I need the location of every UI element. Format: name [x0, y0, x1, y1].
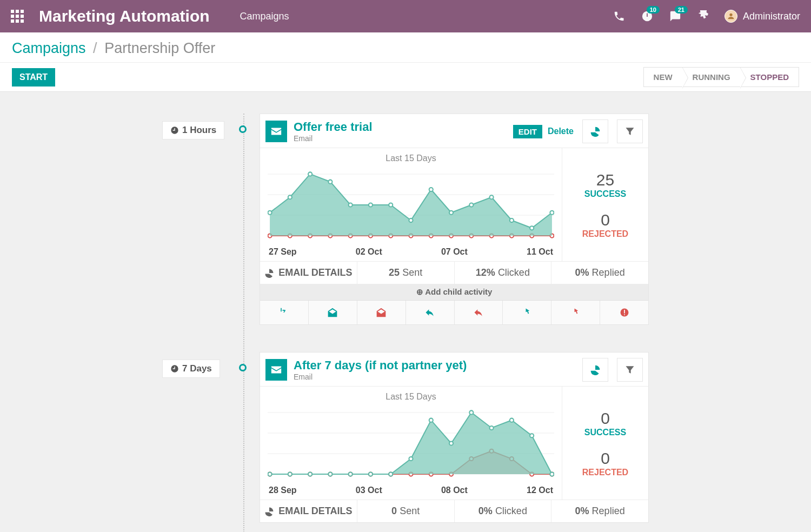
- pie-icon: [264, 268, 274, 278]
- svg-point-25: [389, 203, 393, 207]
- click-icon[interactable]: [503, 301, 551, 324]
- svg-point-66: [469, 410, 473, 414]
- user-menu[interactable]: Administrator: [724, 10, 800, 23]
- pie-icon: [264, 507, 274, 516]
- breadcrumb-root[interactable]: Campaigns: [12, 40, 86, 56]
- svg-point-23: [349, 203, 353, 207]
- clock-icon: [170, 364, 179, 373]
- svg-point-64: [429, 418, 433, 422]
- svg-point-63: [409, 457, 413, 461]
- svg-point-29: [469, 203, 473, 207]
- email-details-label[interactable]: EMAIL DETAILS: [278, 506, 352, 517]
- when-pill: 1 Hours: [162, 121, 224, 139]
- status-flow: NEW RUNNING STOPPED: [644, 67, 799, 87]
- metric-clicked: 0% Clicked: [455, 500, 552, 522]
- chart-mode-button[interactable]: [582, 358, 608, 382]
- metric-replied: 0% Replied: [551, 500, 648, 522]
- svg-point-27: [429, 188, 433, 191]
- success-label: SUCCESS: [584, 428, 626, 437]
- metric-replied: 0% Replied: [551, 262, 648, 284]
- filter-mode-button[interactable]: [617, 119, 643, 143]
- messages-icon[interactable]: 21: [668, 9, 682, 23]
- trigger-icons: [260, 300, 648, 324]
- workspace: 1 Hours Offer free trial Email EDIT Dele…: [0, 92, 811, 532]
- chart-title: Last 15 Days: [268, 392, 554, 402]
- envelope-icon: [265, 359, 287, 381]
- success-count: 25: [596, 171, 614, 189]
- success-count: 0: [601, 409, 610, 428]
- activity-card: 7 Days After 7 days (if not partner yet)…: [260, 352, 692, 523]
- brand: Marketing Automation: [39, 7, 210, 25]
- svg-point-20: [288, 195, 292, 199]
- metric-sent: 0 Sent: [357, 500, 455, 522]
- svg-point-59: [328, 473, 332, 476]
- rejected-label: REJECTED: [582, 229, 628, 239]
- apps-icon[interactable]: [11, 10, 24, 23]
- status-running[interactable]: RUNNING: [682, 67, 741, 87]
- svg-point-22: [328, 180, 332, 184]
- envelope-icon: [265, 121, 287, 142]
- phone-icon[interactable]: [612, 9, 626, 23]
- messages-badge: 21: [675, 6, 688, 14]
- svg-point-32: [530, 226, 534, 230]
- user-name: Administrator: [743, 11, 800, 22]
- activity-card: 1 Hours Offer free trial Email EDIT Dele…: [260, 114, 692, 325]
- status-stopped[interactable]: STOPPED: [740, 67, 799, 87]
- metric-clicked: 12% Clicked: [455, 262, 552, 284]
- svg-point-58: [308, 473, 312, 476]
- metric-sent: 25 Sent: [357, 262, 455, 284]
- reply-icon[interactable]: [406, 301, 455, 324]
- breadcrumb: Campaigns / Partnership Offer: [0, 32, 811, 63]
- breadcrumb-current: Partnership Offer: [104, 40, 215, 56]
- settings-icon[interactable]: [696, 9, 710, 23]
- add-child-activity[interactable]: Add child activity: [260, 284, 648, 300]
- filter-mode-button[interactable]: [617, 358, 643, 382]
- delete-button[interactable]: Delete: [548, 127, 574, 136]
- start-button[interactable]: START: [12, 68, 55, 87]
- email-details-label[interactable]: EMAIL DETAILS: [278, 267, 352, 278]
- rejected-count: 0: [601, 211, 610, 229]
- status-new[interactable]: NEW: [643, 67, 683, 87]
- clock-icon: [170, 126, 179, 135]
- timeline-line: [243, 114, 244, 532]
- child-activity-icon[interactable]: [260, 301, 309, 324]
- svg-rect-35: [624, 310, 625, 314]
- activity-chart: [268, 164, 554, 245]
- activity-title[interactable]: Offer free trial: [294, 120, 373, 134]
- activity-type: Email: [294, 373, 467, 381]
- not-reply-icon[interactable]: [455, 301, 503, 324]
- svg-point-28: [449, 211, 453, 215]
- not-click-icon[interactable]: [551, 301, 600, 324]
- svg-point-21: [308, 172, 312, 176]
- systray: 10 21 Administrator: [612, 9, 800, 23]
- svg-point-68: [510, 418, 514, 422]
- bounce-icon[interactable]: [600, 301, 648, 324]
- svg-point-65: [449, 441, 453, 445]
- mail-not-open-icon[interactable]: [357, 301, 406, 324]
- activity-chart: [268, 403, 554, 484]
- svg-point-57: [288, 473, 292, 476]
- nav-campaigns[interactable]: Campaigns: [240, 11, 289, 22]
- chart-title: Last 15 Days: [268, 154, 554, 163]
- svg-point-60: [349, 473, 353, 476]
- activities-icon[interactable]: 10: [640, 9, 654, 23]
- x-axis: 27 Sep 02 Oct 07 Oct 11 Oct: [268, 247, 554, 257]
- svg-point-26: [409, 218, 413, 222]
- svg-rect-36: [624, 314, 625, 315]
- svg-point-33: [550, 211, 554, 215]
- svg-point-31: [510, 218, 514, 222]
- edit-button[interactable]: EDIT: [513, 125, 542, 138]
- activity-type: Email: [294, 134, 373, 143]
- svg-point-61: [369, 473, 373, 476]
- when-pill: 7 Days: [162, 360, 220, 378]
- svg-point-70: [550, 473, 554, 476]
- chart-mode-button[interactable]: [582, 119, 608, 143]
- activities-badge: 10: [647, 6, 660, 14]
- navbar: Marketing Automation Campaigns 10 21 Adm…: [0, 0, 811, 32]
- svg-point-24: [369, 203, 373, 207]
- mail-open-icon[interactable]: [309, 301, 357, 324]
- timeline-node: [239, 364, 247, 371]
- timeline-node: [239, 125, 247, 133]
- activity-title[interactable]: After 7 days (if not partner yet): [294, 358, 467, 373]
- svg-point-56: [268, 473, 272, 476]
